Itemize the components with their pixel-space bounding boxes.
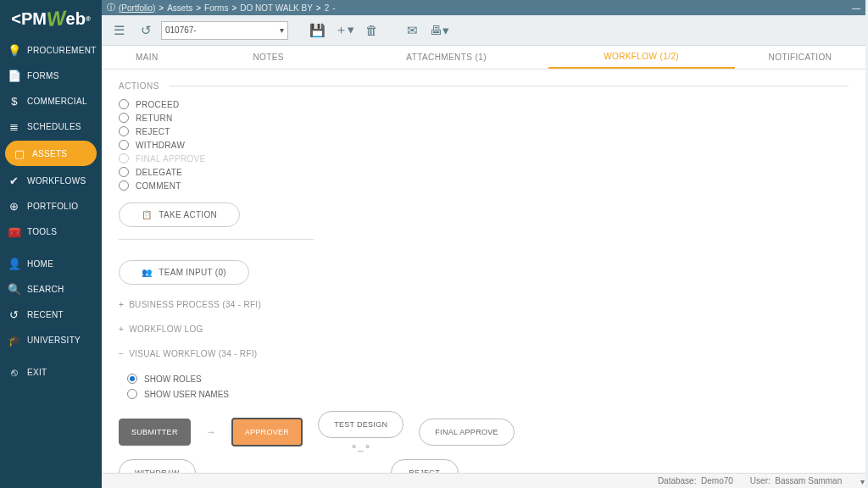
actions-heading: ACTIONS: [119, 81, 849, 91]
radio-icon: [127, 374, 137, 384]
exit-icon: ⎋: [8, 366, 20, 378]
tab-attachments[interactable]: Attachments (1): [345, 46, 548, 69]
sidebar-item-tools[interactable]: 🧰Tools: [0, 219, 102, 244]
sidebar-item-workflows[interactable]: ✔Workflows: [0, 168, 102, 193]
sidebar-item-label: Commercial: [27, 97, 87, 106]
tabs: Main Notes Attachments (1) Workflow (1/2…: [102, 46, 865, 69]
save-icon[interactable]: 💾: [305, 19, 329, 42]
info-icon[interactable]: ⓘ: [107, 2, 115, 14]
sidebar-item-label: Portfolio: [27, 202, 78, 211]
workflow-node-final-approve[interactable]: Final Approve: [419, 419, 515, 446]
hierarchy-icon: ⚬⎯⚬: [350, 441, 371, 452]
sidebar-item-label: Procurement: [27, 46, 97, 55]
workflow-node-submitter[interactable]: Submitter: [119, 419, 191, 446]
sidebar-item-label: Workflows: [27, 176, 86, 186]
action-option-return[interactable]: Return: [119, 113, 849, 123]
action-option-delegate[interactable]: Delegate: [119, 167, 849, 177]
sidebar-item-portfolio[interactable]: ⊕Portfolio: [0, 193, 102, 219]
nav-icon: ✔: [8, 175, 20, 186]
nav-icon: ▢: [14, 147, 25, 159]
action-option-comment[interactable]: Comment: [119, 180, 849, 191]
nav-icon: 🔍: [8, 283, 20, 295]
minimize-icon[interactable]: —: [852, 3, 860, 13]
toolbar: ☰ ↺ 010767-▾ 💾 ＋▾ 🗑 ✉ 🖶▾: [102, 15, 865, 46]
sidebar-item-search[interactable]: 🔍Search: [0, 276, 102, 302]
sidebar-item-label: Home: [27, 259, 53, 269]
nav-icon: ⊕: [8, 200, 20, 212]
sidebar-item-university[interactable]: 🎓University: [0, 327, 102, 352]
nav-icon: 📄: [8, 69, 20, 81]
print-icon[interactable]: 🖶▾: [427, 19, 451, 42]
content: ACTIONS ProceedReturnRejectWithdrawFinal…: [102, 69, 865, 473]
sidebar-item-label: Tools: [27, 227, 57, 236]
sidebar-item-exit[interactable]: ⎋ Exit: [0, 359, 102, 385]
radio-icon: [119, 167, 129, 177]
tab-workflow[interactable]: Workflow (1/2): [548, 46, 735, 69]
app-logo: <PMWeb®: [0, 0, 102, 37]
workflow-node-reject[interactable]: Reject: [391, 459, 459, 473]
sidebar-item-schedules[interactable]: ≣Schedules: [0, 114, 102, 139]
team-input-button[interactable]: 👥 Team Input (0): [119, 260, 249, 285]
radio-icon: [127, 389, 137, 399]
sidebar-item-label: Schedules: [27, 122, 81, 131]
sidebar-item-procurement[interactable]: 💡Procurement: [0, 37, 102, 63]
chevron-down-icon: ▾: [280, 25, 284, 35]
sidebar-item-label: University: [27, 336, 81, 345]
take-action-button[interactable]: 📋 Take Action: [119, 202, 240, 227]
workflow-node-withdraw[interactable]: Withdraw: [119, 459, 196, 473]
action-option-reject[interactable]: Reject: [119, 126, 849, 136]
document-select[interactable]: 010767-▾: [161, 21, 288, 40]
status-bar: Database: Demo70 User: Bassam Samman ▾: [102, 473, 865, 488]
business-process-section[interactable]: + Business Process (34 - RFI): [119, 300, 849, 309]
breadcrumb-portfolio[interactable]: (Portfolio): [119, 3, 155, 13]
plus-icon: +: [119, 324, 124, 334]
radio-icon: [119, 180, 129, 191]
history-icon[interactable]: ↺: [134, 19, 158, 42]
nav-icon: 💡: [8, 44, 20, 56]
main-panel: ⓘ (Portfolio)> Assets> Forms> DO NOT WAL…: [102, 0, 865, 488]
radio-icon: [119, 113, 129, 123]
sidebar-item-label: Assets: [32, 149, 67, 158]
sidebar-item-home[interactable]: 👤Home: [0, 251, 102, 276]
show-user-names-option[interactable]: Show User Names: [127, 389, 849, 399]
add-icon[interactable]: ＋▾: [332, 19, 356, 42]
breadcrumb-form-name[interactable]: DO NOT WALK BY: [240, 3, 313, 13]
tab-main[interactable]: Main: [102, 46, 192, 69]
sidebar-item-label: Forms: [27, 71, 59, 80]
workflow-diagram: Submitter → Approver Test Design ⚬⎯⚬ Fin…: [119, 411, 849, 452]
action-option-withdraw[interactable]: Withdraw: [119, 140, 849, 150]
tab-notification[interactable]: Notification: [735, 46, 866, 69]
minus-icon: −: [119, 349, 124, 358]
radio-icon: [119, 153, 129, 164]
nav-icon: ≣: [8, 120, 20, 132]
radio-icon: [119, 99, 129, 109]
mail-icon[interactable]: ✉: [400, 19, 424, 42]
nav-icon: ↺: [8, 308, 20, 320]
visual-workflow-section[interactable]: − Visual Workflow (34 - RFI): [119, 349, 849, 358]
workflow-node-test-design[interactable]: Test Design: [318, 411, 403, 438]
breadcrumb-forms[interactable]: Forms: [204, 3, 228, 13]
sidebar-item-label: Search: [27, 285, 64, 294]
list-icon[interactable]: ☰: [107, 19, 131, 42]
breadcrumb: ⓘ (Portfolio)> Assets> Forms> DO NOT WAL…: [107, 2, 336, 14]
workflow-node-approver[interactable]: Approver: [231, 418, 303, 446]
nav-icon: $: [8, 95, 20, 107]
arrow-icon: →: [206, 426, 216, 438]
delete-icon[interactable]: 🗑: [359, 19, 383, 42]
plus-icon: +: [119, 300, 124, 309]
radio-icon: [119, 140, 129, 150]
sidebar-item-label: Recent: [27, 310, 64, 319]
workflow-log-section[interactable]: + Workflow Log: [119, 324, 849, 334]
breadcrumb-id[interactable]: 2: [325, 3, 330, 13]
chevron-down-icon[interactable]: ▾: [860, 477, 865, 486]
tab-notes[interactable]: Notes: [192, 46, 345, 69]
show-roles-option[interactable]: Show Roles: [127, 374, 849, 384]
breadcrumb-assets[interactable]: Assets: [167, 3, 192, 13]
sidebar-item-commercial[interactable]: $Commercial: [0, 88, 102, 114]
sidebar-item-forms[interactable]: 📄Forms: [0, 63, 102, 88]
people-icon: 👥: [142, 268, 152, 277]
sidebar-item-recent[interactable]: ↺Recent: [0, 302, 102, 327]
nav-icon: 👤: [8, 258, 20, 269]
sidebar-item-assets[interactable]: ▢Assets: [5, 141, 97, 166]
action-option-proceed[interactable]: Proceed: [119, 99, 849, 109]
